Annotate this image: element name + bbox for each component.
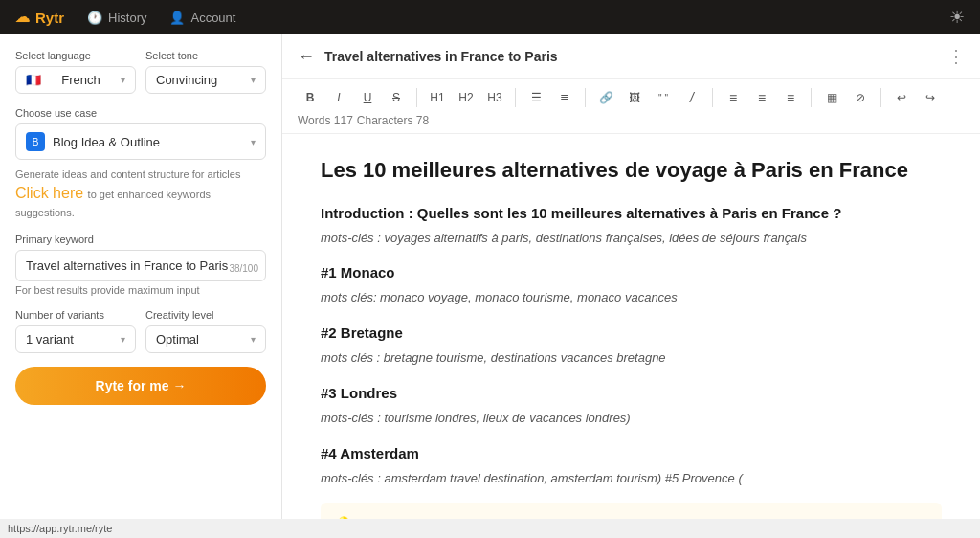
section3-heading: #3 Londres <box>321 382 942 405</box>
creativity-select[interactable]: Optimal ▾ <box>145 325 266 353</box>
toolbar-separator-5 <box>811 88 812 107</box>
section1-heading: #1 Monaco <box>321 261 942 284</box>
char-count: Characters 78 <box>357 114 429 127</box>
use-case-section: Choose use case B Blog Idea & Outline ▾ … <box>15 107 266 220</box>
section4-heading: #4 Amsterdam <box>321 442 942 465</box>
creativity-label: Creativity level <box>145 309 266 321</box>
intro-heading: Introduction : Quelles sont les 10 meill… <box>321 202 942 225</box>
logo[interactable]: ☁ Rytr <box>15 9 64 26</box>
toolbar-list-ul[interactable]: ☰ <box>523 85 548 110</box>
ryte-button[interactable]: Ryte for me → <box>15 367 266 405</box>
variants-row: Number of variants 1 variant ▾ Creativit… <box>15 309 266 353</box>
keyword-counter: 38/100 <box>229 263 258 274</box>
tip-box: 💡 Astuce : Pour rédiger un contenu long … <box>321 503 942 519</box>
content-h1: Les 10 meilleures alternatives de voyage… <box>321 157 942 185</box>
nav-history-label: History <box>108 11 146 25</box>
toolbar-table-icon[interactable]: ▦ <box>819 85 844 110</box>
toolbar-align-left[interactable]: ≡ <box>721 85 746 110</box>
toolbar-h3[interactable]: H3 <box>482 85 507 110</box>
language-label: Select language <box>15 50 136 61</box>
creativity-group: Creativity level Optimal ▾ <box>145 309 266 353</box>
section1-keywords: mots clés: monaco voyage, monaco tourism… <box>321 288 942 308</box>
section3-keywords: mots-clés : tourisme londres, lieux de v… <box>321 409 942 429</box>
editor-content[interactable]: Les 10 meilleures alternatives de voyage… <box>282 134 980 519</box>
back-arrow[interactable]: ← <box>298 47 315 67</box>
use-case-chevron-icon: ▾ <box>251 137 256 147</box>
top-navigation: ☁ Rytr 🕐 History 👤 Account ☀ <box>0 0 980 34</box>
main-layout: Select language 🇫🇷 French ▾ Select tone … <box>0 34 980 519</box>
variants-value: 1 variant <box>26 332 74 347</box>
left-panel: Select language 🇫🇷 French ▾ Select tone … <box>0 34 282 519</box>
url-text: https://app.rytr.me/ryte <box>8 523 112 534</box>
toolbar-highlight-icon[interactable]: / <box>679 85 704 110</box>
toolbar-redo[interactable]: ↪ <box>918 85 943 110</box>
toolbar-h1[interactable]: H1 <box>425 85 450 110</box>
nav-account-label: Account <box>190 11 235 25</box>
variants-group: Number of variants 1 variant ▾ <box>15 309 136 353</box>
right-panel: ← Travel alternatives in France to Paris… <box>282 34 980 519</box>
use-case-label: Choose use case <box>15 107 266 119</box>
variants-label: Number of variants <box>15 309 136 321</box>
use-case-icon: B <box>26 132 45 151</box>
tone-group: Select tone Convincing ▾ <box>145 50 266 94</box>
toolbar-bold[interactable]: B <box>298 85 323 110</box>
toolbar-separator-6 <box>880 88 881 107</box>
toolbar-separator-3 <box>585 88 586 107</box>
toolbar-clear-icon[interactable]: ⊘ <box>848 85 873 110</box>
tone-label: Select tone <box>145 50 266 61</box>
nav-history[interactable]: 🕐 History <box>87 9 146 27</box>
language-chevron-icon: ▾ <box>121 75 125 85</box>
tone-select[interactable]: Convincing ▾ <box>145 66 266 94</box>
tone-chevron-icon: ▾ <box>251 75 256 85</box>
editor-toolbar: B I U S H1 H2 H3 ☰ ≣ 🔗 🖼 " " / ≡ ≡ ≡ ▦ ⊘… <box>282 79 980 134</box>
creativity-value: Optimal <box>156 332 199 347</box>
toolbar-link-icon[interactable]: 🔗 <box>593 85 618 110</box>
section2-keywords: mots clés : bretagne tourisme, destinati… <box>321 348 942 369</box>
history-icon: 🕐 <box>87 11 102 25</box>
keyword-section: Primary keyword 38/100 For best results … <box>15 234 266 296</box>
theme-toggle[interactable]: ☀ <box>949 7 965 28</box>
logo-text: Rytr <box>35 10 64 26</box>
section2-heading: #2 Bretagne <box>321 322 942 345</box>
account-icon: 👤 <box>169 11 185 25</box>
toolbar-align-center[interactable]: ≡ <box>749 85 774 110</box>
toolbar-undo[interactable]: ↩ <box>889 85 914 110</box>
language-value: French <box>61 73 100 87</box>
url-bar: https://app.rytr.me/ryte <box>0 519 980 538</box>
toolbar-underline[interactable]: U <box>355 85 380 110</box>
nav-account[interactable]: 👤 Account <box>169 9 235 27</box>
toolbar-separator-1 <box>416 88 417 107</box>
intro-keywords: mots-clés : voyages alternatifs à paris,… <box>321 229 942 249</box>
keyword-label: Primary keyword <box>15 234 266 245</box>
toolbar-align-right[interactable]: ≡ <box>778 85 803 110</box>
creativity-chevron-icon: ▾ <box>251 334 256 345</box>
toolbar-h2[interactable]: H2 <box>454 85 479 110</box>
variants-select[interactable]: 1 variant ▾ <box>15 325 136 353</box>
use-case-value: Blog Idea & Outline <box>53 135 160 149</box>
language-group: Select language 🇫🇷 French ▾ <box>15 50 136 94</box>
toolbar-italic[interactable]: I <box>326 85 351 110</box>
variants-chevron-icon: ▾ <box>121 334 125 345</box>
editor-title: Travel alternatives in France to Paris <box>324 49 938 64</box>
more-options-icon[interactable]: ⋮ <box>947 46 965 67</box>
use-case-select[interactable]: B Blog Idea & Outline ▾ <box>15 123 266 160</box>
language-tone-row: Select language 🇫🇷 French ▾ Select tone … <box>15 50 266 94</box>
toolbar-list-ol[interactable]: ≣ <box>552 85 577 110</box>
editor-header: ← Travel alternatives in France to Paris… <box>282 34 980 79</box>
language-select[interactable]: 🇫🇷 French ▾ <box>15 66 136 94</box>
keyword-hint-bottom: For best results provide maximum input <box>15 284 266 296</box>
logo-icon: ☁ <box>15 9 30 26</box>
toolbar-image-icon[interactable]: 🖼 <box>622 85 647 110</box>
toolbar-strikethrough[interactable]: S <box>384 85 409 110</box>
language-flag: 🇫🇷 <box>26 73 41 87</box>
tone-value: Convincing <box>156 73 217 87</box>
use-case-hint: Generate ideas and content structure for… <box>15 168 240 180</box>
toolbar-quote-icon[interactable]: " " <box>651 85 676 110</box>
word-count: Words 117 <box>298 114 353 127</box>
toolbar-separator-4 <box>712 88 713 107</box>
toolbar-separator-2 <box>515 88 516 107</box>
use-case-left: B Blog Idea & Outline <box>26 132 160 151</box>
keyword-input-wrap: 38/100 <box>15 250 266 281</box>
theme-icon: ☀ <box>949 8 965 27</box>
keyword-hint-link[interactable]: Click here <box>15 185 83 201</box>
